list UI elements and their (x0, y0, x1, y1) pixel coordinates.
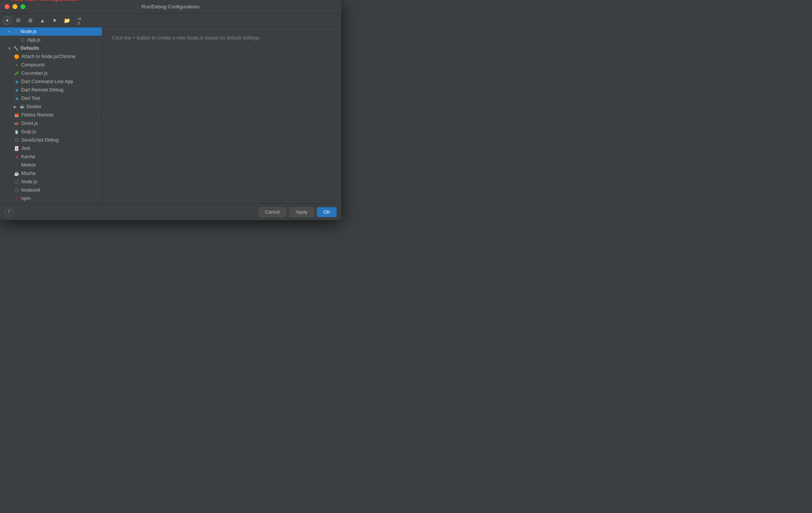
attach-icon: 🟠 (14, 54, 20, 60)
sidebar-item-npm[interactable]: ▪ npm (0, 194, 102, 203)
cucumber-icon: 🥒 (14, 70, 20, 76)
grunt-icon: 🐗 (14, 120, 20, 126)
grunt-label: Grunt.js (21, 121, 38, 126)
copy-icon: ⧉ (16, 17, 20, 24)
sort-icon: ↓az (77, 16, 81, 25)
jest-label: Jest (21, 146, 30, 151)
sidebar-item-dart-cmd[interactable]: ◈ Dart Command Line App (0, 77, 102, 86)
settings-button[interactable]: ⚙ (25, 16, 36, 25)
attach-label: Attach to Node.js/Chrome (21, 54, 75, 59)
sidebar-item-cucumber[interactable]: 🥒 Cucumber.js (0, 69, 102, 77)
sidebar-item-compound[interactable]: ▪ Compound (0, 61, 102, 69)
sidebar-item-defaults[interactable]: ▼ 🔧 Defaults (0, 44, 102, 52)
cancel-button[interactable]: Cancel (259, 207, 286, 217)
collapse-arrow-icon: ▼ (8, 30, 12, 34)
move-up-button[interactable]: ▲ (37, 16, 48, 25)
npm-icon: ▪ (14, 195, 20, 201)
maximize-button[interactable] (20, 4, 25, 9)
compound-icon: ▪ (14, 62, 20, 68)
sidebar-item-appjs[interactable]: ⬡ App.js (0, 36, 102, 44)
defaults-icon: 🔧 (13, 45, 19, 51)
footer-left: ? (5, 208, 13, 216)
sidebar-item-nodejs[interactable]: ▼ ⬡ Node.js (0, 27, 102, 36)
dart-test-icon: ◈ (14, 95, 20, 101)
nodejs-default-label: Node.js (21, 179, 37, 184)
karma-icon: ♦ (14, 154, 20, 160)
jsdebug-label: JavaScript Debug (21, 137, 59, 143)
sidebar-item-grunt[interactable]: 🐗 Grunt.js (0, 119, 102, 127)
down-icon: ▼ (52, 17, 57, 24)
sidebar-item-mocha[interactable]: ☕ Mocha (0, 169, 102, 178)
jest-icon: 🃏 (14, 145, 20, 151)
dart-remote-label: Dart Remote Debug (21, 87, 63, 93)
move-down-button[interactable]: ▼ (49, 16, 60, 25)
add-configuration-button[interactable]: + (3, 16, 11, 25)
copy-button[interactable]: ⧉ (13, 16, 24, 25)
sidebar-item-nodeunit[interactable]: ⬡ Nodeunit (0, 186, 102, 194)
minimize-button[interactable] (13, 4, 17, 9)
help-icon: ? (8, 209, 10, 215)
mocha-label: Mocha (21, 171, 36, 176)
toolbar: ← Add New Configuration + ⧉ ⚙ ▲ ▼ 📁 ↓az … (0, 14, 341, 27)
docker-label: Docker (27, 104, 42, 109)
sidebar-item-dart-remote[interactable]: ◈ Dart Remote Debug (0, 86, 102, 94)
gulp-label: Gulp.js (21, 129, 36, 134)
nodejs-default-icon: ⬡ (14, 179, 20, 185)
folder-icon: 📁 (64, 17, 70, 24)
title-bar: Run/Debug Configurations (0, 0, 341, 14)
npm-label: npm (21, 196, 30, 201)
nodeunit-icon: ⬡ (14, 187, 20, 193)
docker-arrow-icon: ▶ (14, 105, 18, 109)
defaults-label: Defaults (20, 46, 39, 51)
sidebar-item-docker[interactable]: ▶ 🐳 Docker (0, 102, 102, 111)
footer-right: Cancel Apply OK (259, 207, 337, 217)
dart-cmd-label: Dart Command Line App (21, 79, 73, 84)
content-placeholder: Click the + button to create a new Node.… (112, 35, 260, 41)
up-icon: ▲ (40, 17, 45, 24)
folder-button[interactable]: 📁 (61, 16, 72, 25)
dart-test-label: Dart Test (21, 96, 40, 101)
nodejs-label: Node.js (20, 29, 36, 34)
sidebar-item-gulp[interactable]: 🥤 Gulp.js (0, 127, 102, 136)
appjs-icon: ⬡ (20, 37, 26, 43)
nodeunit-label: Nodeunit (21, 187, 40, 193)
gulp-icon: 🥤 (14, 129, 20, 135)
jsdebug-icon: ⬡ (14, 137, 20, 143)
traffic-lights (5, 4, 25, 9)
appjs-label: App.js (27, 37, 41, 42)
sidebar-item-jest[interactable]: 🃏 Jest (0, 144, 102, 153)
close-button[interactable] (5, 4, 9, 9)
dart-cmd-icon: ◈ (14, 79, 20, 85)
sidebar-item-jsdebug[interactable]: ⬡ JavaScript Debug (0, 136, 102, 144)
sidebar-item-karma[interactable]: ♦ Karma (0, 153, 102, 161)
defaults-arrow-icon: ▼ (8, 46, 12, 50)
mocha-icon: ☕ (14, 170, 20, 176)
window-title: Run/Debug Configurations (141, 4, 199, 9)
firefox-icon: 🦊 (14, 112, 20, 118)
apply-button[interactable]: Apply (289, 207, 314, 217)
main-area: ▼ ⬡ Node.js ⬡ App.js ▼ 🔧 Defaults 🟠 Atta… (0, 27, 341, 203)
karma-label: Karma (21, 154, 35, 159)
sidebar-item-nodejs-default[interactable]: ⬡ Node.js (0, 178, 102, 186)
dart-remote-icon: ◈ (14, 87, 20, 93)
gear-icon: ⚙ (28, 17, 33, 24)
firefox-label: Firefox Remote (21, 112, 53, 118)
ok-button[interactable]: OK (317, 207, 337, 217)
docker-icon: 🐳 (19, 104, 25, 110)
help-button[interactable]: ? (5, 208, 13, 216)
compound-label: Compound (21, 62, 44, 68)
sidebar-item-attach[interactable]: 🟠 Attach to Node.js/Chrome (0, 52, 102, 61)
footer: ? Cancel Apply OK (0, 203, 341, 220)
sidebar-item-firefox[interactable]: 🦊 Firefox Remote (0, 111, 102, 119)
nodejs-icon: ⬡ (13, 28, 19, 35)
content-area: Click the + button to create a new Node.… (105, 27, 341, 203)
sidebar-item-meteor[interactable]: ☄ Meteor (0, 161, 102, 169)
sidebar: ▼ ⬡ Node.js ⬡ App.js ▼ 🔧 Defaults 🟠 Atta… (0, 27, 102, 203)
meteor-icon: ☄ (14, 162, 20, 168)
cucumber-label: Cucumber.js (21, 71, 47, 76)
meteor-label: Meteor (21, 162, 36, 168)
sort-button[interactable]: ↓az (74, 16, 84, 25)
sidebar-item-dart-test[interactable]: ◈ Dart Test (0, 94, 102, 102)
